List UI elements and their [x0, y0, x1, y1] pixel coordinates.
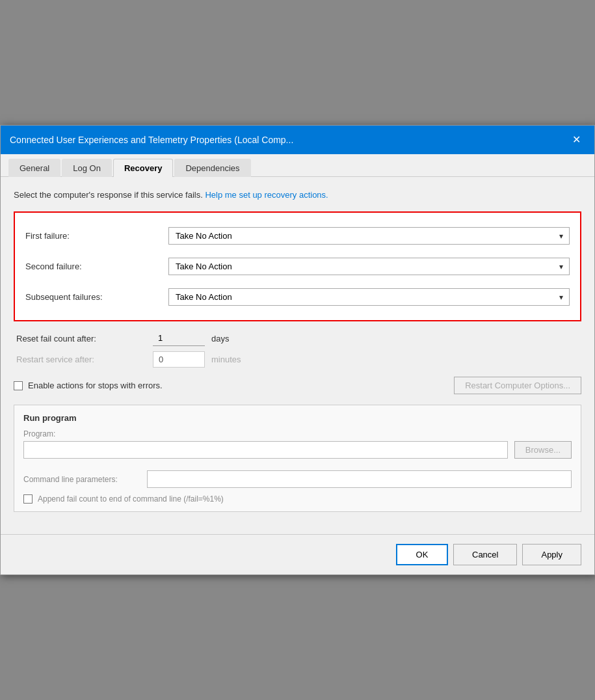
cmdline-label: Command line parameters: [23, 475, 140, 484]
enable-actions-row: Enable actions for stops with errors. Re… [14, 377, 581, 394]
reset-fail-row: Reset fail count after: days [14, 330, 581, 346]
restart-service-label: Restart service after: [16, 355, 146, 364]
cmdline-input[interactable] [147, 470, 572, 488]
append-label: Append fail count to end of command line… [38, 494, 224, 504]
window-title: Connected User Experiences and Telemetry… [10, 135, 293, 145]
program-label: Program: [23, 429, 572, 438]
reset-fail-label: Reset fail count after: [16, 334, 146, 343]
tab-general[interactable]: General [8, 159, 60, 177]
title-bar: Connected User Experiences and Telemetry… [1, 126, 594, 154]
program-input-row: Browse... [23, 441, 572, 459]
enable-actions-left: Enable actions for stops with errors. [14, 381, 163, 390]
restart-service-input[interactable] [153, 351, 205, 368]
cmdline-row: Command line parameters: [23, 470, 572, 488]
cancel-button[interactable]: Cancel [453, 544, 517, 565]
program-input[interactable] [23, 441, 508, 459]
tab-logon[interactable]: Log On [62, 159, 112, 177]
description-text: Select the computer's response if this s… [14, 190, 203, 200]
tab-recovery[interactable]: Recovery [113, 159, 174, 177]
second-failure-select[interactable]: Take No Action Restart the Service Run a… [168, 258, 570, 275]
browse-button[interactable]: Browse... [514, 441, 572, 459]
enable-actions-checkbox[interactable] [14, 381, 23, 390]
dialog-window: Connected User Experiences and Telemetry… [0, 125, 595, 576]
restart-computer-options-button[interactable]: Restart Computer Options... [454, 377, 581, 394]
apply-button[interactable]: Apply [522, 544, 581, 565]
restart-service-row: Restart service after: minutes [14, 351, 581, 368]
failure-options-box: First failure: Take No Action Restart th… [14, 211, 581, 321]
reset-fail-unit: days [211, 334, 229, 343]
run-program-title: Run program [23, 413, 572, 423]
help-link[interactable]: Help me set up recovery actions. [205, 190, 328, 200]
enable-actions-label: Enable actions for stops with errors. [28, 381, 163, 390]
append-row: Append fail count to end of command line… [23, 494, 572, 504]
tabs-container: General Log On Recovery Dependencies [1, 154, 594, 177]
ok-button[interactable]: OK [396, 544, 448, 565]
subsequent-failure-label: Subsequent failures: [25, 292, 168, 302]
run-program-section: Run program Program: Browse... Command l… [14, 405, 581, 512]
second-failure-label: Second failure: [25, 262, 168, 271]
append-checkbox[interactable] [23, 494, 33, 504]
first-failure-select-wrapper: Take No Action Restart the Service Run a… [168, 227, 570, 245]
subsequent-failure-select[interactable]: Take No Action Restart the Service Run a… [168, 288, 570, 306]
tab-content: Select the computer's response if this s… [1, 177, 594, 535]
footer: OK Cancel Apply [1, 534, 594, 574]
close-button[interactable]: ✕ [567, 131, 585, 149]
restart-service-unit: minutes [211, 355, 241, 364]
first-failure-select[interactable]: Take No Action Restart the Service Run a… [168, 227, 570, 245]
reset-fail-input[interactable] [153, 330, 205, 346]
description: Select the computer's response if this s… [14, 189, 581, 202]
first-failure-row: First failure: Take No Action Restart th… [25, 221, 570, 251]
subsequent-failure-select-wrapper: Take No Action Restart the Service Run a… [168, 288, 570, 306]
second-failure-select-wrapper: Take No Action Restart the Service Run a… [168, 258, 570, 275]
tab-dependencies[interactable]: Dependencies [174, 159, 250, 177]
subsequent-failure-row: Subsequent failures: Take No Action Rest… [25, 282, 570, 312]
second-failure-row: Second failure: Take No Action Restart t… [25, 251, 570, 282]
first-failure-label: First failure: [25, 231, 168, 241]
